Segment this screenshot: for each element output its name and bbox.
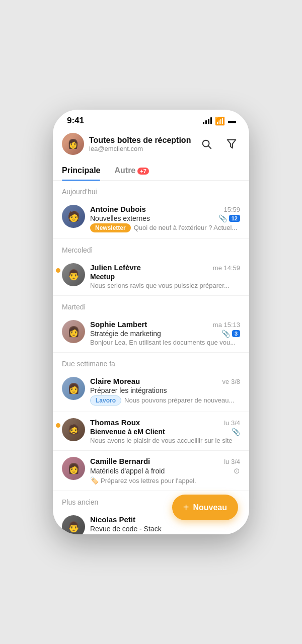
email-item[interactable]: 👩 Sophie Lambert ma 15:13 Stratégie de m… [53,314,249,353]
attachment-icon: 📎 [221,330,230,338]
tag-lavoro: Lavoro [90,395,121,406]
email-content: Claire Moreau ve 3/8 Préparer les intégr… [90,377,240,406]
avatar: 🧑 [62,205,85,228]
email-item[interactable]: 👩 Camille Bernardi lu 3/4 Matériels d'ap… [53,451,249,491]
email-time: lu 3/4 [224,458,240,465]
attach-count: 3 [232,330,240,337]
sender-name: Claire Moreau [90,377,140,385]
email-subject: Meetup [90,273,240,281]
email-preview: Nous avons le plaisir de vous accueillir… [90,437,240,444]
svg-line-1 [208,146,211,148]
inbox-email: lea@emclient.com [89,145,198,152]
email-preview: Bonjour Lea, En utilisant les documents … [90,339,240,346]
email-preview: LavoroNous pouvons préparer de nouveau..… [90,395,240,406]
attachment-icon: 📎 [232,428,240,436]
tabs-bar: Principale Autre+7 [53,161,249,181]
tab-autre-badge: +7 [137,168,149,175]
email-content: Antoine Dubois 15:59 Nouvelles externes … [90,205,240,232]
tag-newsletter: Newsletter [90,223,131,232]
avatar: 👩 [62,457,85,480]
special-attach-icon: ⊙ [234,466,240,475]
avatar: 👨 [62,263,85,286]
unread-dot [56,423,60,428]
sender-name: Julien Lefèvre [90,263,141,272]
filter-button[interactable] [223,135,240,152]
email-time: ma 15:13 [213,321,240,329]
status-time: 9:41 [67,116,84,126]
signal-icon [203,117,212,124]
email-time: me 14:59 [213,264,240,272]
email-preview: 🏷️Préparez vos lettres pour l'appel. [90,476,240,485]
avatar: 👨 [62,515,85,534]
user-avatar[interactable]: 👩 [62,133,84,155]
section-header-due-settimane: Due settimane fa [53,353,249,371]
sender-name: Antoine Dubois [90,205,146,213]
attachment-icon: 📎 [218,214,227,222]
email-subject: Préparer les intégrations [90,386,240,394]
email-subject: Stratégie de marketing [90,330,221,338]
email-time: lu 3/4 [224,419,240,427]
email-preview: Il n'est pas nécessaire de répondre. Dét… [90,534,240,534]
compose-button[interactable]: + Nouveau [172,495,238,520]
sender-name: Camille Bernardi [90,457,150,465]
battery-icon: ▬ [228,116,235,125]
email-time: ve 3/8 [222,378,240,385]
status-icons: 📶 ▬ [203,116,235,126]
email-content: Julien Lefèvre me 14:59 Meetup Nous seri… [90,263,240,289]
wifi-icon: 📶 [215,116,225,126]
email-time: 15:59 [223,206,240,213]
email-subject: Bienvenue à eM Client [90,428,232,436]
priority-icon: 🏷️ [90,476,99,485]
section-header-aujourd-hui: Aujourd'hui [53,181,249,199]
inbox-header: 👩 Toutes boîtes de réception lea@emclien… [53,129,249,161]
search-button[interactable] [198,135,215,152]
email-subject: Revue de code - Stack [90,525,240,533]
email-content: Camille Bernardi lu 3/4 Matériels d'appe… [90,457,240,485]
status-bar: 9:41 📶 ▬ [53,110,249,129]
unread-dot [56,268,60,273]
avatar: 🧔 [62,418,85,441]
email-item[interactable]: 👨 Julien Lefèvre me 14:59 Meetup Nous se… [53,257,249,296]
email-subject: Nouvelles externes [90,214,218,222]
avatar: 👩 [62,377,85,400]
tab-principale[interactable]: Principale [62,161,100,180]
email-item[interactable]: 🧑 Antoine Dubois 15:59 Nouvelles externe… [53,199,249,239]
attachment-info: 📎 [232,428,240,436]
email-content: Thomas Roux lu 3/4 Bienvenue à eM Client… [90,418,240,444]
attach-count: 12 [229,215,240,222]
tab-autre[interactable]: Autre+7 [114,161,148,180]
compose-plus-icon: + [183,502,189,513]
sender-name: Sophie Lambert [90,320,147,329]
email-list: Aujourd'hui 🧑 Antoine Dubois 15:59 Nouve… [53,181,249,534]
section-header-martedi: Martedì [53,296,249,314]
email-content: Sophie Lambert ma 15:13 Stratégie de mar… [90,320,240,346]
attachment-info: 📎 3 [221,330,240,338]
header-actions [198,135,240,152]
attachment-info: 📎 12 [218,214,240,222]
section-header-mercoledi: Mercoledì [53,239,249,257]
header-info: Toutes boîtes de réception lea@emclient.… [89,136,198,152]
email-item[interactable]: 🧔 Thomas Roux lu 3/4 Bienvenue à eM Clie… [53,412,249,451]
sender-name: Nicolas Petit [90,515,135,524]
sender-name: Thomas Roux [90,418,140,427]
email-preview: NewsletterQuoi de neuf à l'extérieur ? A… [90,223,240,232]
email-item[interactable]: 👩 Claire Moreau ve 3/8 Préparer les inté… [53,371,249,412]
compose-label: Nouveau [193,503,227,512]
inbox-title: Toutes boîtes de réception [89,136,198,145]
avatar: 👩 [62,320,85,343]
svg-marker-2 [228,140,236,148]
email-preview: Nous serions ravis que vous puissiez pré… [90,282,240,289]
email-subject: Matériels d'appel à froid [90,467,234,475]
